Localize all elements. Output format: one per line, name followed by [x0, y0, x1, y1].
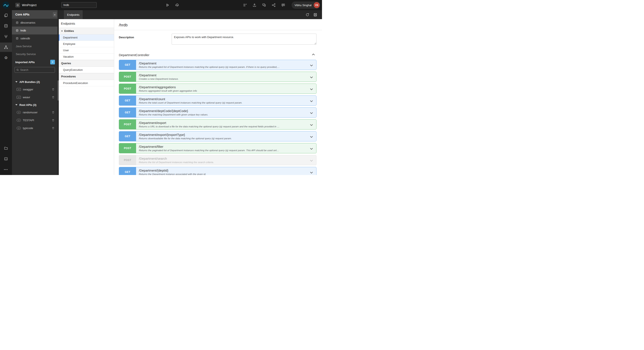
tree-section-entities[interactable]: Entities — [59, 28, 114, 34]
sidebar-item-salesdb[interactable]: salesdb — [12, 34, 58, 42]
endpoint-row-disabled[interactable]: POST /Department/search Returns the list… — [119, 155, 316, 165]
more-icon: ••• — [4, 168, 8, 171]
search-input[interactable] — [61, 2, 97, 8]
endpoint-row[interactable]: GET /Department/deptCode/{deptCode} Retu… — [119, 107, 316, 118]
chevron-down-icon[interactable] — [310, 75, 313, 78]
chevron-down-icon[interactable] — [310, 147, 313, 150]
endpoint-path: /Department/export/{exportType} — [139, 133, 308, 137]
api-name: swagger — [23, 88, 33, 91]
run-icon[interactable] — [165, 3, 170, 7]
scrollbar-thumb[interactable] — [58, 80, 58, 101]
chevron-down-icon[interactable] — [310, 64, 313, 66]
project-switcher[interactable]: ⚙ WmProject — [15, 0, 36, 10]
tab-endpoints[interactable]: Endpoints — [64, 10, 83, 19]
rail-item-files[interactable] — [0, 144, 12, 153]
chat-icon[interactable] — [262, 3, 266, 7]
left-rail: ⚙ LOG ••• — [0, 10, 12, 175]
endpoint-row[interactable]: POST /Department Creates a new Departmen… — [119, 72, 316, 82]
tree-item-procedureexecution[interactable]: ProcedureExecution — [59, 80, 114, 86]
endpoint-row[interactable]: POST /Department/aggregations Returns ag… — [119, 84, 316, 94]
tree-section-queries[interactable]: Queries — [59, 60, 114, 67]
endpoint-info: /Department/count Returns the total coun… — [136, 96, 308, 105]
task-list-icon[interactable] — [243, 3, 247, 7]
rail-item-settings[interactable]: ⚙ — [0, 53, 12, 62]
rail-item-apis[interactable] — [0, 42, 12, 52]
chevron-down-icon[interactable] — [310, 159, 313, 162]
section-label: Queries — [61, 62, 71, 65]
tree-item-department[interactable]: Department — [59, 34, 114, 41]
rail-item-logs[interactable]: LOG — [0, 154, 12, 164]
log-icon: LOG — [4, 157, 8, 161]
tree-item-user[interactable]: User — [59, 47, 114, 54]
tab-strip-actions — [306, 13, 322, 17]
trash-icon[interactable] — [52, 119, 54, 122]
chevron-down-icon[interactable] — [310, 111, 313, 114]
endpoint-path: /Department/{deptId} — [139, 169, 308, 172]
chevron-up-icon[interactable] — [312, 54, 315, 56]
export-icon[interactable] — [252, 3, 256, 7]
page-title: /hrdb — [119, 19, 316, 27]
folder-icon — [4, 146, 8, 150]
rail-item-pages[interactable] — [0, 11, 12, 20]
endpoint-path: /Department/search — [139, 157, 308, 160]
sidebar-item-testapi[interactable]: API TESTAPI — [12, 116, 58, 124]
cloud-deploy-icon[interactable] — [175, 3, 179, 7]
sidebar-search-input[interactable] — [20, 68, 53, 71]
chevron-down-icon[interactable] — [310, 123, 313, 126]
endpoint-row[interactable]: GET /Department/count Returns the total … — [119, 95, 316, 106]
trash-icon[interactable] — [52, 96, 54, 99]
tree-item-label: Employee — [63, 42, 76, 45]
trash-icon[interactable] — [52, 127, 54, 130]
group-rest-apis[interactable]: Rest APIs (3) — [12, 101, 58, 108]
database-icon — [16, 29, 18, 32]
sidebar-item-weavr[interactable]: API weavr — [12, 93, 58, 101]
user-menu[interactable]: Vibhu Singhal VS — [292, 1, 320, 9]
topbar: ⚙ WmProject Vibhu Singhal VS — [0, 0, 322, 10]
endpoint-list: GET /Department Returns the paginated li… — [119, 60, 316, 175]
wavemaker-logo[interactable] — [2, 1, 10, 9]
description-field[interactable]: Exposes APIs to work with Department res… — [172, 34, 316, 45]
tree-item-queryexecution[interactable]: QueryExecution — [59, 67, 114, 73]
rail-item-prefabs[interactable] — [0, 32, 12, 41]
endpoint-row[interactable]: GET /Department/{deptId} Returns the Dep… — [119, 167, 316, 175]
rail-item-more[interactable]: ••• — [0, 165, 12, 174]
endpoint-row[interactable]: GET /Department Returns the paginated li… — [119, 60, 316, 70]
save-icon[interactable] — [313, 13, 317, 17]
sidebar-item-randomuser[interactable]: API randomuser — [12, 108, 58, 116]
sidebar-item-swagger[interactable]: API swagger — [12, 85, 58, 93]
endpoint-path: /Department/export — [139, 121, 308, 125]
pages-icon — [4, 13, 8, 17]
chevron-down-icon[interactable] — [310, 87, 313, 90]
endpoint-description: Creates a new Department instance. — [139, 78, 308, 80]
chevron-down-icon[interactable] — [310, 99, 313, 102]
trash-icon[interactable] — [52, 88, 54, 91]
feedback-icon[interactable] — [281, 3, 285, 7]
rail-item-databases[interactable] — [0, 21, 12, 31]
apis-sidebar: Core APIs « dbscenarios hrdb salesdb Jav… — [12, 10, 58, 175]
tree-section-procedures[interactable]: Procedures — [59, 73, 114, 80]
sidebar-item-typicode[interactable]: API typicode — [12, 124, 58, 132]
tree-item-vacation[interactable]: Vacation — [59, 54, 114, 60]
sidebar-item-dbscenarios[interactable]: dbscenarios — [12, 19, 58, 26]
collapse-sidebar-button[interactable]: « — [53, 12, 57, 17]
sidebar-scrollbar[interactable] — [58, 10, 59, 175]
group-api-bundles[interactable]: API Bundles (2) — [12, 78, 58, 85]
trash-icon[interactable] — [52, 111, 54, 114]
sidebar-item-java-service[interactable]: Java Service — [12, 42, 58, 50]
chevron-down-icon[interactable] — [310, 171, 313, 174]
endpoint-row[interactable]: GET /Department/export/{exportType} Retu… — [119, 131, 316, 141]
add-api-button[interactable]: + — [50, 60, 55, 64]
rest-api-icon: API — [16, 127, 21, 130]
user-name: Vibhu Singhal — [294, 3, 312, 7]
endpoint-row[interactable]: POST /Department/filter Returns the pagi… — [119, 143, 316, 153]
tree-item-employee[interactable]: Employee — [59, 41, 114, 47]
sidebar-item-hrdb[interactable]: hrdb — [12, 26, 58, 34]
sidebar-item-security-service[interactable]: Security Service — [12, 50, 58, 58]
endpoint-description: Returns the paginated list of Department… — [139, 149, 308, 152]
share-nodes-icon[interactable] — [272, 3, 276, 7]
method-badge: POST — [119, 155, 136, 165]
chevron-down-icon[interactable] — [310, 135, 313, 138]
endpoint-row[interactable]: POST /Department/export Returns a URL to… — [119, 119, 316, 130]
api-network-icon — [4, 45, 8, 49]
refresh-icon[interactable] — [306, 13, 310, 17]
